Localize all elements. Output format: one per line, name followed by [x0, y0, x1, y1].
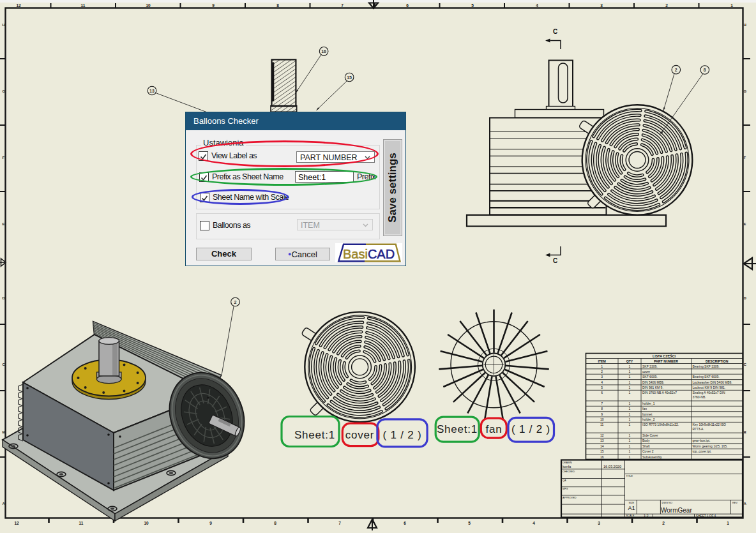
- svg-text:1:2: 1:2: [644, 514, 649, 518]
- svg-text:LISTA CZĘŚCI: LISTA CZĘŚCI: [653, 354, 676, 358]
- svg-text:3: 3: [598, 521, 600, 525]
- svg-text:9: 9: [209, 521, 212, 525]
- svg-text:9: 9: [601, 412, 603, 416]
- svg-text:13: 13: [149, 89, 155, 93]
- svg-text:MFG: MFG: [563, 487, 568, 490]
- svg-text:WormGear: WormGear: [661, 507, 692, 514]
- svg-text:APPROVED: APPROVED: [563, 496, 577, 499]
- svg-text:konfa: konfa: [563, 465, 571, 469]
- svg-text:F: F: [744, 156, 746, 160]
- svg-text:Sealing A 40x52x7 DIN: Sealing A 40x52x7 DIN: [693, 391, 726, 394]
- svg-text:1: 1: [629, 391, 631, 394]
- svg-text:SKF 6009.: SKF 6009.: [642, 375, 658, 379]
- svg-text:Sheet:1: Sheet:1: [437, 423, 478, 435]
- svg-text:1: 1: [629, 449, 631, 453]
- svg-text:Lockwasher DIN 5406 MB9.: Lockwasher DIN 5406 MB9.: [693, 380, 732, 384]
- svg-text:15: 15: [347, 75, 352, 80]
- svg-text:DWG NO: DWG NO: [662, 501, 672, 504]
- svg-text:8: 8: [276, 3, 279, 8]
- svg-text:7: 7: [601, 402, 603, 405]
- svg-text:DESCRIPTION: DESCRIPTION: [706, 359, 729, 363]
- svg-text:C: C: [3, 363, 6, 366]
- svg-text:fan: fan: [642, 407, 647, 410]
- svg-text:2: 2: [662, 521, 665, 525]
- svg-text:PART NUMBER: PART NUMBER: [654, 359, 678, 363]
- svg-text:3: 3: [601, 375, 603, 379]
- svg-text:holder_2: holder_2: [642, 417, 655, 421]
- svg-text:top_cover.ipt.: top_cover.ipt.: [693, 449, 712, 453]
- svg-text:2: 2: [601, 370, 603, 373]
- svg-text:DIN 981 KM 9.: DIN 981 KM 9.: [642, 386, 663, 389]
- svg-text:4: 4: [536, 3, 538, 8]
- svg-text:D: D: [3, 296, 6, 300]
- svg-text:SIZE: SIZE: [629, 501, 635, 504]
- svg-text:1: 1: [629, 402, 631, 405]
- svg-text:11: 11: [600, 423, 603, 426]
- svg-text:H: H: [3, 23, 5, 27]
- svg-text:1: 1: [629, 380, 631, 384]
- svg-text:Worm gearing 1/25, 165.: Worm gearing 1/25, 165.: [693, 444, 728, 448]
- svg-text:6: 6: [406, 3, 409, 8]
- svg-text:DRAWN: DRAWN: [563, 461, 572, 464]
- svg-text:C: C: [553, 257, 557, 264]
- svg-text:5: 5: [471, 3, 474, 8]
- svg-text:fan: fan: [485, 423, 502, 435]
- svg-text:1: 1: [629, 375, 631, 379]
- svg-text:16: 16: [600, 455, 604, 459]
- svg-text:6: 6: [601, 391, 603, 394]
- svg-text:Sheet:1: Sheet:1: [294, 429, 335, 441]
- svg-text:5: 5: [601, 386, 603, 389]
- svg-text:8: 8: [274, 521, 276, 525]
- svg-text:1: 1: [629, 423, 631, 426]
- svg-text:SCALE: SCALE: [626, 514, 635, 517]
- svg-text:4: 4: [533, 521, 535, 525]
- svg-text:16: 16: [321, 49, 326, 54]
- svg-text:Shaft: Shaft: [642, 444, 650, 448]
- svg-text:B: B: [3, 430, 6, 434]
- svg-text:QA: QA: [563, 479, 566, 482]
- svg-text:SHEET 1 OF 4: SHEET 1 OF 4: [696, 514, 716, 518]
- svg-text:DIN 5406 MB9.: DIN 5406 MB9.: [642, 380, 664, 384]
- svg-text:10: 10: [144, 521, 149, 525]
- svg-text:Key 10h9x8h11x22 ISO: Key 10h9x8h11x22 ISO: [693, 423, 727, 426]
- svg-text:11: 11: [79, 521, 84, 525]
- svg-text:1: 1: [727, 521, 729, 525]
- svg-text:DIN 3760 NB A 40x52x7: DIN 3760 NB A 40x52x7: [642, 391, 677, 394]
- svg-text:Cover 2: Cover 2: [642, 449, 654, 453]
- svg-text:1: 1: [601, 364, 603, 368]
- svg-text:8: 8: [704, 68, 706, 72]
- svg-text:12: 12: [16, 3, 21, 8]
- svg-text:A1: A1: [628, 505, 635, 511]
- svg-text:( 1 / 2 ): ( 1 / 2 ): [382, 429, 421, 441]
- svg-text:15: 15: [600, 449, 604, 453]
- svg-text:1: 1: [629, 444, 631, 448]
- svg-text:Bearing SKF 3309.: Bearing SKF 3309.: [693, 364, 720, 368]
- svg-text:QTY: QTY: [626, 359, 633, 363]
- svg-text:E: E: [3, 222, 5, 226]
- svg-text:1: 1: [629, 433, 631, 437]
- svg-text:13: 13: [600, 439, 604, 442]
- svg-text:bonnet: bonnet: [642, 412, 653, 416]
- svg-text:10: 10: [146, 3, 151, 8]
- svg-text:7: 7: [338, 521, 341, 525]
- svg-text:1: 1: [629, 386, 631, 389]
- svg-text:A: A: [744, 502, 747, 506]
- svg-text:ITEM: ITEM: [598, 359, 605, 363]
- svg-text:16.03.2020: 16.03.2020: [603, 465, 621, 469]
- svg-text:1: 1: [629, 412, 631, 416]
- svg-text:3760-NB.: 3760-NB.: [693, 395, 706, 399]
- svg-text:1: 1: [730, 3, 733, 8]
- svg-text:6: 6: [404, 521, 406, 525]
- svg-text:holder_1: holder_1: [642, 402, 655, 405]
- svg-text:C: C: [744, 363, 747, 366]
- svg-text:R773-A.: R773-A.: [693, 427, 704, 431]
- svg-text:1: 1: [629, 455, 631, 459]
- svg-text:7: 7: [341, 3, 344, 8]
- svg-text:Bearing SKF 6009.: Bearing SKF 6009.: [693, 375, 720, 379]
- svg-text:9: 9: [212, 3, 215, 8]
- svg-text:G: G: [3, 89, 6, 93]
- svg-text:B: B: [744, 430, 747, 434]
- svg-text:D: D: [744, 296, 747, 300]
- svg-text:1: 1: [629, 439, 631, 442]
- svg-text:3: 3: [600, 3, 603, 8]
